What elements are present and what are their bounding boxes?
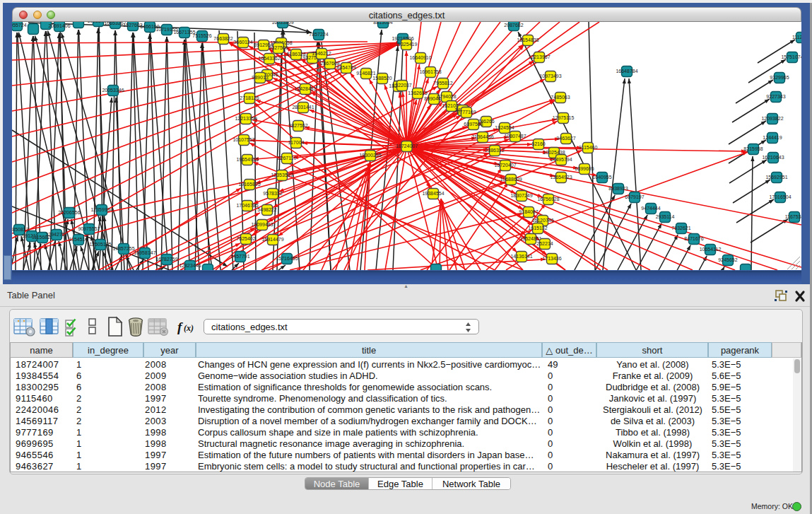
svg-text:12975115: 12975115 [553, 115, 575, 120]
svg-text:28031441: 28031441 [292, 105, 314, 110]
svg-text:15692951: 15692951 [765, 175, 787, 180]
svg-text:(x): (x) [184, 323, 194, 333]
svg-text:7632621: 7632621 [671, 226, 690, 230]
svg-text:f: f [177, 320, 183, 334]
svg-text:12505135: 12505135 [89, 242, 111, 247]
svg-text:11325419: 11325419 [396, 42, 418, 47]
svg-text:1588520: 1588520 [372, 76, 392, 81]
svg-text:16210643: 16210643 [762, 155, 784, 160]
svg-text:9329965: 9329965 [770, 75, 789, 80]
svg-text:12942757: 12942757 [45, 232, 67, 237]
svg-text:90975557: 90975557 [78, 226, 100, 231]
svg-text:989013: 989013 [252, 75, 268, 80]
svg-text:9245652: 9245652 [718, 257, 737, 262]
svg-text:7515526: 7515526 [192, 33, 211, 38]
svg-text:20691406: 20691406 [48, 23, 70, 28]
svg-text:8938923: 8938923 [608, 186, 628, 191]
svg-text:7625402: 7625402 [236, 236, 255, 241]
svg-text:16033809: 16033809 [271, 22, 293, 25]
svg-text:17016504: 17016504 [769, 194, 791, 199]
svg-text:3660124: 3660124 [233, 40, 252, 45]
svg-text:19099483: 19099483 [251, 222, 273, 227]
svg-text:4850813: 4850813 [12, 227, 29, 232]
svg-text:15716455: 15716455 [276, 256, 298, 261]
svg-text:10107553: 10107553 [233, 137, 254, 142]
svg-text:10688609: 10688609 [500, 177, 522, 182]
svg-text:1640955: 1640955 [592, 175, 611, 180]
svg-text:6679197: 6679197 [625, 194, 644, 199]
svg-text:14136141: 14136141 [510, 254, 532, 259]
svg-text:19384554: 19384554 [422, 191, 444, 196]
svg-text:7955812: 7955812 [433, 81, 452, 86]
svg-text:12359934: 12359934 [90, 207, 112, 212]
svg-text:9184067: 9184067 [519, 209, 538, 214]
svg-text:12213967: 12213967 [528, 54, 550, 59]
svg-text:12093822: 12093822 [761, 116, 783, 121]
svg-text:9227343: 9227343 [766, 94, 785, 99]
svg-text:9474444: 9474444 [641, 206, 660, 211]
svg-text:18307249: 18307249 [510, 193, 532, 198]
svg-text:10973493: 10973493 [539, 74, 561, 78]
svg-text:6897568: 6897568 [464, 122, 483, 127]
svg-text:17857255: 17857255 [112, 246, 134, 251]
svg-text:12428481: 12428481 [294, 86, 316, 91]
svg-text:19524851: 19524851 [519, 236, 541, 241]
svg-text:18300295: 18300295 [359, 153, 381, 158]
svg-text:1713436: 1713436 [542, 256, 561, 261]
svg-text:7485063: 7485063 [551, 95, 570, 100]
svg-text:1546212: 1546212 [312, 51, 331, 56]
svg-text:1615132: 1615132 [528, 226, 547, 230]
svg-text:12823446: 12823446 [179, 263, 201, 268]
svg-text:17046785: 17046785 [236, 203, 258, 208]
svg-text:8454749: 8454749 [336, 65, 355, 70]
svg-text:21364436: 21364436 [471, 134, 493, 139]
svg-text:16640910: 16640910 [409, 55, 431, 60]
svg-text:3267110: 3267110 [278, 156, 297, 160]
svg-text:7857224: 7857224 [309, 32, 328, 37]
svg-text:16756928: 16756928 [537, 197, 559, 201]
svg-text:9777169: 9777169 [457, 110, 476, 115]
svg-text:19165825: 19165825 [238, 182, 260, 187]
svg-text:117004: 117004 [288, 140, 305, 145]
svg-text:8813054: 8813054 [373, 22, 392, 25]
svg-text:9457791: 9457791 [230, 254, 249, 259]
svg-text:15751074: 15751074 [781, 54, 801, 59]
svg-text:9827552: 9827552 [288, 123, 307, 128]
svg-text:16120746: 16120746 [531, 218, 553, 223]
svg-text:16543362: 16543362 [258, 56, 280, 61]
svg-text:2386312: 2386312 [485, 148, 504, 153]
svg-text:1167534: 1167534 [785, 214, 801, 219]
svg-text:9146821: 9146821 [356, 71, 375, 76]
svg-text:12213359: 12213359 [235, 116, 257, 121]
svg-text:6794028: 6794028 [437, 94, 456, 99]
svg-text:7663822: 7663822 [213, 36, 233, 41]
svg-text:62160: 62160 [531, 141, 546, 146]
svg-text:20053346: 20053346 [102, 88, 124, 93]
svg-text:1244419: 1244419 [763, 135, 782, 140]
svg-text:9463627: 9463627 [556, 136, 575, 141]
svg-text:6899695: 6899695 [575, 166, 594, 171]
svg-text:252214: 252214 [536, 241, 553, 246]
svg-text:1824554: 1824554 [495, 125, 514, 130]
svg-text:2935114: 2935114 [656, 214, 675, 219]
svg-text:2718126: 2718126 [240, 95, 259, 100]
svg-text:15720407: 15720407 [494, 163, 516, 168]
svg-text:19654955: 19654955 [236, 157, 258, 162]
svg-text:16961758: 16961758 [419, 69, 441, 74]
svg-text:9578312: 9578312 [263, 191, 282, 196]
svg-text:18724007: 18724007 [396, 144, 418, 148]
svg-text:16648784: 16648784 [616, 69, 637, 74]
svg-text:14495794: 14495794 [550, 157, 572, 162]
svg-text:1322037: 1322037 [392, 83, 411, 88]
svg-text:16914479: 16914479 [261, 237, 283, 242]
svg-text:2087682: 2087682 [504, 23, 523, 28]
svg-text:10807487: 10807487 [504, 134, 526, 139]
svg-text:16782759: 16782759 [155, 257, 177, 262]
svg-text:5498222: 5498222 [257, 207, 276, 212]
svg-text:8215958: 8215958 [743, 146, 763, 151]
svg-text:2055724: 2055724 [12, 23, 27, 28]
svg-text:1362615: 1362615 [408, 90, 427, 95]
svg-text:1112541: 1112541 [792, 35, 801, 40]
svg-text:20206556: 20206556 [58, 210, 80, 215]
svg-text:9327509: 9327509 [269, 45, 288, 50]
